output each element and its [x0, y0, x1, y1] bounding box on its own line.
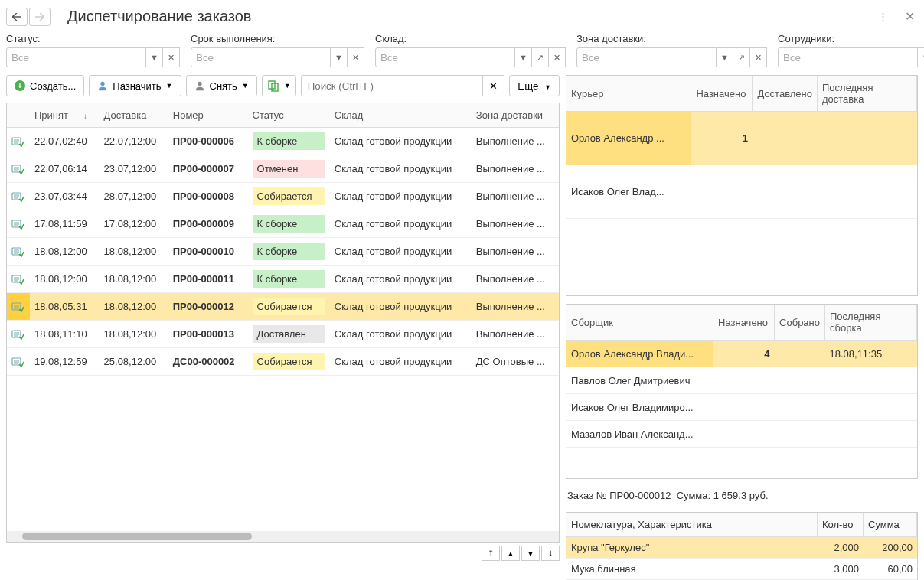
cell-last	[818, 165, 917, 219]
filter-deadline-dropdown[interactable]: ▼	[331, 47, 348, 67]
col-status[interactable]: Статус	[248, 103, 330, 128]
col-accepted[interactable]: Принят↓	[30, 103, 100, 128]
nav-first-button[interactable]: ⤒	[482, 546, 500, 561]
cell-delivery: 25.08,12:00	[100, 348, 168, 376]
filter-zone-clear[interactable]: ✕	[750, 47, 767, 67]
cell-warehouse: Склад готовой продукции	[330, 238, 472, 266]
search-input[interactable]	[301, 75, 484, 96]
filter-staff-select[interactable]	[778, 47, 918, 67]
kebab-menu-icon[interactable]: ⋮	[875, 8, 891, 25]
document-icon	[11, 328, 25, 341]
col-delivery[interactable]: Доставка	[100, 103, 168, 128]
nav-down-button[interactable]: ▼	[521, 546, 540, 561]
table-row[interactable]: Мука блинная 3,000 60,00	[566, 559, 917, 580]
table-row[interactable]: Павлов Олег Дмитриевич	[566, 367, 917, 394]
cell-last	[818, 112, 917, 165]
cell-number: ПР00-000011	[168, 266, 248, 293]
table-row[interactable]: 23.07,03:44 28.07,12:00 ПР00-000008 Соби…	[7, 183, 559, 210]
table-row[interactable]: Орлов Александр ... 1	[566, 112, 917, 165]
filter-warehouse-clear[interactable]: ✕	[549, 47, 566, 67]
col-warehouse[interactable]: Склад	[330, 103, 472, 128]
cell-status: К сборке	[248, 238, 330, 266]
col-item-qty[interactable]: Кол-во	[818, 513, 864, 537]
filter-staff-dropdown[interactable]: ▼	[918, 47, 924, 67]
nav-up-button[interactable]: ▲	[501, 546, 520, 561]
table-row[interactable]: Исаков Олег Влад...	[566, 165, 917, 219]
col-courier-delivered[interactable]: Доставлено	[753, 76, 818, 112]
table-row[interactable]: 17.08,11:59 17.08,12:00 ПР00-000009 К сб…	[7, 210, 559, 238]
filter-warehouse-open[interactable]: ↗	[532, 47, 549, 67]
cell-number: ПР00-000009	[168, 210, 248, 238]
cell-warehouse: Склад готовой продукции	[330, 183, 472, 210]
couriers-table[interactable]: Курьер Назначено Доставлено Последняя до…	[566, 76, 917, 219]
table-row[interactable]: Орлов Александр Влади... 4 18.08,11:35	[566, 341, 917, 367]
close-icon[interactable]: ✕	[902, 6, 918, 27]
svg-point-1	[198, 82, 201, 86]
col-courier-last[interactable]: Последняя доставка	[818, 76, 917, 112]
items-table[interactable]: Номеклатура, Характеристика Кол-во Сумма	[566, 513, 917, 537]
table-row[interactable]: 19.08,12:59 25.08,12:00 ДС00-000002 Соби…	[7, 348, 559, 376]
cell-zone: ДС Оптовые ...	[472, 348, 559, 376]
col-number[interactable]: Номер	[168, 103, 248, 128]
filter-status-label: Статус:	[6, 33, 180, 44]
table-row[interactable]: 18.08,12:00 18.08,12:00 ПР00-000011 К сб…	[7, 266, 559, 293]
filter-deadline-select[interactable]	[191, 47, 331, 67]
cell-delivery: 18.08,12:00	[100, 321, 168, 348]
horizontal-scrollbar[interactable]	[7, 531, 559, 542]
filter-warehouse-select[interactable]	[375, 47, 515, 67]
cell-accepted: 18.08,05:31	[30, 293, 100, 321]
table-row[interactable]: 18.08,11:10 18.08,12:00 ПР00-000013 Дост…	[7, 321, 559, 348]
filter-deadline-clear[interactable]: ✕	[348, 47, 364, 67]
back-button[interactable]	[6, 8, 28, 26]
col-item-name[interactable]: Номеклатура, Характеристика	[566, 513, 818, 537]
filter-status-dropdown[interactable]: ▼	[146, 47, 163, 67]
table-row[interactable]: Мазалов Иван Александ...	[566, 421, 917, 448]
user-remove-icon	[194, 80, 205, 91]
table-row[interactable]: 18.08,12:00 18.08,12:00 ПР00-000010 К сб…	[7, 238, 559, 266]
cell-delivery: 18.08,12:00	[100, 293, 168, 321]
nav-last-button[interactable]: ⤓	[541, 546, 560, 561]
filter-zone-dropdown[interactable]: ▼	[717, 47, 733, 67]
col-zone[interactable]: Зона доставки	[472, 103, 559, 128]
col-picker-assigned[interactable]: Назначено	[713, 305, 775, 341]
search-clear-button[interactable]: ✕	[483, 75, 504, 96]
table-row[interactable]: 22.07,02:40 22.07,12:00 ПР00-000006 К сб…	[7, 128, 559, 155]
table-row[interactable]: Исаков Олег Владимиро...	[566, 394, 917, 421]
more-button[interactable]: Еще ▼	[509, 75, 560, 96]
create-button[interactable]: + Создать...	[6, 75, 84, 96]
cell-zone: Выполнение ...	[472, 321, 559, 348]
col-courier-assigned[interactable]: Назначено	[691, 76, 753, 112]
orders-table[interactable]: Принят↓ Доставка Номер Статус Склад Зона…	[7, 103, 559, 376]
remove-button[interactable]: Снять ▼	[186, 75, 257, 96]
filter-zone-label: Зона доставки:	[576, 33, 767, 44]
table-row[interactable]: Крупа "Геркулес" 2,000 200,00	[566, 537, 917, 559]
cell-last	[825, 421, 917, 448]
cell-zone: Выполнение ...	[472, 293, 559, 321]
cell-status: Собирается	[248, 348, 330, 376]
col-courier-name[interactable]: Курьер	[566, 76, 691, 112]
col-picker-last[interactable]: Последняя сборка	[825, 305, 917, 341]
cell-name: Исаков Олег Владимиро...	[566, 394, 713, 421]
filter-status-select[interactable]	[6, 47, 146, 67]
filter-zone-select[interactable]	[576, 47, 717, 67]
pickers-table[interactable]: Сборщик Назначено Собрано Последняя сбор…	[566, 305, 917, 448]
table-row[interactable]: 22.07,06:14 23.07,12:00 ПР00-000007 Отме…	[7, 155, 559, 183]
col-item-sum[interactable]: Сумма	[864, 513, 917, 537]
cell-item-sum: 200,00	[864, 537, 917, 559]
table-row[interactable]: 18.08,05:31 18.08,12:00 ПР00-000012 Соби…	[7, 293, 559, 321]
assign-button[interactable]: Назначить ▼	[89, 75, 181, 96]
orders-table-wrap: Принят↓ Доставка Номер Статус Склад Зона…	[6, 103, 560, 543]
col-picker-name[interactable]: Сборщик	[566, 305, 713, 341]
filter-staff-label: Сотрудники:	[778, 33, 924, 44]
filter-zone-open[interactable]: ↗	[733, 47, 750, 67]
chevron-down-icon: ▼	[166, 82, 173, 90]
svg-point-0	[101, 82, 105, 86]
col-picker-picked[interactable]: Собрано	[775, 305, 825, 341]
filter-warehouse-label: Склад:	[375, 33, 566, 44]
cell-zone: Выполнение ...	[472, 266, 559, 293]
cell-item-qty: 3,000	[818, 559, 864, 580]
filter-status-clear[interactable]: ✕	[163, 47, 180, 67]
copy-button[interactable]: ▼	[262, 75, 296, 96]
forward-button[interactable]	[29, 8, 51, 26]
filter-warehouse-dropdown[interactable]: ▼	[515, 47, 532, 67]
